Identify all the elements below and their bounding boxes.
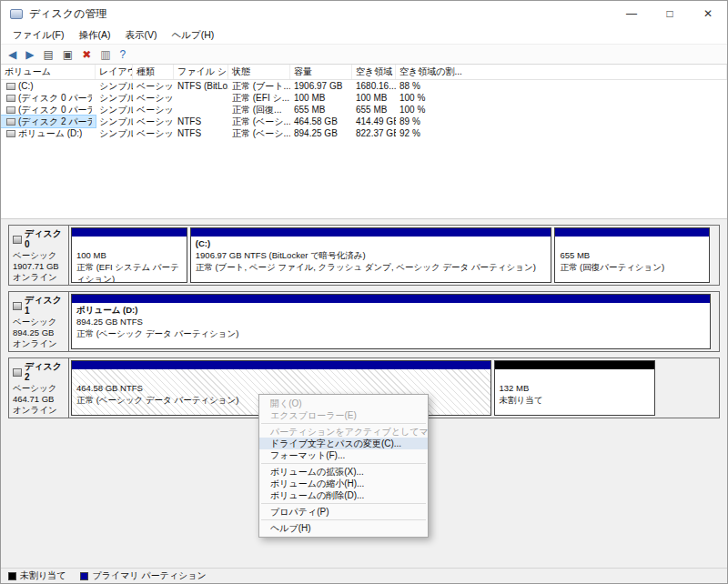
toolbar: ◀▶▤▣✖▥? [1,44,727,65]
column-header[interactable]: レイアウト [96,65,133,79]
table-cell: 414.49 GB [352,116,396,127]
legend-swatch [8,572,16,580]
legend-item: 未割り当て [8,569,66,582]
disk-type: ベーシック [13,250,65,261]
table-cell: 正常 (EFI シ... [228,92,290,104]
column-header[interactable]: 状態 [228,65,290,79]
table-cell: ベーシック [133,104,174,116]
table-cell: 464.58 GB [290,116,352,127]
close-button[interactable]: ✕ [689,1,727,26]
disk-title: ディスク 0 [13,228,65,250]
disk-size: 464.71 GB [13,394,65,405]
maximize-button[interactable]: □ [651,1,689,26]
back-icon[interactable]: ◀ [8,49,16,60]
window-controls: — □ ✕ [612,1,727,26]
legend-label: プライマリ パーティション [92,569,206,582]
menubar-item[interactable]: 表示(V) [117,26,164,44]
table-cell: (ディスク 0 パーティション... [1,92,96,104]
disk-row: ディスク 1ベーシック894.25 GBオンラインボリューム (D:)894.2… [8,291,720,352]
disk-info-panel[interactable]: ディスク 1ベーシック894.25 GBオンライン [9,292,69,351]
table-cell: 1906.97 GB [290,80,352,92]
volume-name: ボリューム (D:) [18,127,82,139]
menubar-item[interactable]: ファイル(F) [5,26,71,44]
disk-info-panel[interactable]: ディスク 0ベーシック1907.71 GBオンライン [9,226,69,285]
table-cell: シンプル [96,80,133,92]
partition-strip: ボリューム (D:)894.25 GB NTFS正常 (ベーシック データ パー… [69,292,719,351]
disk-title: ディスク 1 [13,295,65,317]
table-cell: NTFS [174,116,228,127]
help-icon[interactable]: ? [120,49,126,60]
column-header[interactable]: 空き領域 [352,65,396,79]
disk-size: 894.25 GB [13,327,65,338]
partition[interactable]: 655 MB正常 (回復パーティション) [554,227,709,283]
view-icon[interactable]: ▥ [100,49,110,60]
context-menu-item[interactable]: フォーマット(F)... [259,449,428,461]
menu-separator [261,503,426,504]
context-menu-item[interactable]: ドライブ文字とパスの変更(C)... [259,438,428,449]
menubar-item[interactable]: ヘルプ(H) [164,26,221,44]
context-menu-item[interactable]: ボリュームの拡張(X)... [259,466,428,478]
table-row[interactable]: (ディスク 0 パーティション...シンプルベーシック正常 (EFI シ...1… [1,92,727,104]
disk-title: ディスク 2 [13,361,65,383]
title-bar: ディスクの管理 — □ ✕ [1,1,727,26]
disk-management-window: ディスクの管理 — □ ✕ ファイル(F)操作(A)表示(V)ヘルプ(H) ◀▶… [0,0,728,584]
volume-icon [6,130,15,137]
console-tree-icon[interactable]: ▤ [43,49,53,60]
delete-volume-icon[interactable]: ✖ [82,49,91,60]
column-header[interactable]: 容量 [290,65,352,79]
column-header[interactable]: ファイル システム [174,65,228,79]
volume-table-header: ボリュームレイアウト種類ファイル システム状態容量空き領域空き領域の割... [1,65,727,80]
column-header[interactable]: ボリューム [1,65,96,79]
window-title: ディスクの管理 [29,6,106,22]
menu-separator [261,519,426,520]
context-menu-item[interactable]: ヘルプ(H) [259,522,428,534]
partition-color-bar [191,228,551,237]
table-cell [174,104,228,116]
table-cell: 正常 (ブート... [228,80,290,92]
table-row[interactable]: (C:)シンプルベーシックNTFS (BitLo...正常 (ブート...190… [1,80,727,92]
table-cell: 100 % [396,92,727,104]
partition-title [76,370,486,382]
volume-name: (ディスク 2 パーティション... [18,116,92,127]
minimize-button[interactable]: — [612,1,651,26]
context-menu-item[interactable]: プロパティ(P) [259,506,428,518]
disk-status: オンライン [13,272,65,283]
table-row[interactable]: (ディスク 0 パーティション...シンプルベーシック正常 (回復...655 … [1,104,727,116]
properties-icon[interactable]: ▣ [63,49,73,60]
disk-icon [13,236,22,244]
context-menu: 開く(O)エクスプローラー(E)パーティションをアクティブとしてマーク(M)ドラ… [258,394,429,538]
table-cell: シンプル [96,104,133,116]
disk-info-panel[interactable]: ディスク 2ベーシック464.71 GBオンライン [9,358,69,418]
table-row[interactable]: (ディスク 2 パーティション...シンプルベーシックNTFS正常 (ベーシ..… [1,116,727,127]
partition-size-line: 1906.97 GB NTFS (BitLocker で暗号化済み) [196,249,547,261]
disk-name-label: ディスク 2 [25,361,65,383]
forward-icon[interactable]: ▶ [25,49,34,60]
partition-title: (C:) [196,237,547,249]
volume-table-body: (C:)シンプルベーシックNTFS (BitLo...正常 (ブート...190… [1,80,727,139]
app-icon [10,9,23,19]
partition[interactable]: ボリューム (D:)894.25 GB NTFS正常 (ベーシック データ パー… [71,294,711,349]
partition-title [560,237,703,249]
disk-icon [13,368,22,377]
table-row[interactable]: ボリューム (D:)シンプルベーシックNTFS正常 (ベーシ...894.25 … [1,127,727,139]
partition-color-bar [72,295,710,303]
partition[interactable]: (C:)1906.97 GB NTFS (BitLocker で暗号化済み)正常… [190,227,552,283]
partition-color-bar [72,228,187,237]
partition[interactable]: 132 MB未割り当て [494,360,656,416]
column-header[interactable]: 空き領域の割... [396,65,727,79]
menubar-item[interactable]: 操作(A) [71,26,117,44]
legend-label: 未割り当て [20,569,66,582]
context-menu-item: 開く(O) [259,398,428,409]
column-header[interactable]: 種類 [133,65,174,79]
partition-body: 132 MB未割り当て [495,369,655,415]
table-cell: ベーシック [133,80,174,92]
volume-list: ボリュームレイアウト種類ファイル システム状態容量空き領域空き領域の割... (… [1,65,727,219]
partition[interactable]: 100 MB正常 (EFI システム パーティション) [71,227,187,283]
partition-status-line: 正常 (回復パーティション) [560,261,703,273]
disk-row: ディスク 0ベーシック1907.71 GBオンライン 100 MB正常 (EFI… [8,225,720,286]
table-cell: 正常 (回復... [228,104,290,116]
context-menu-item[interactable]: ボリュームの削除(D)... [259,489,428,501]
table-cell: シンプル [96,92,133,104]
context-menu-item[interactable]: ボリュームの縮小(H)... [259,478,428,489]
partition-size-line: 464.58 GB NTFS [76,382,486,394]
